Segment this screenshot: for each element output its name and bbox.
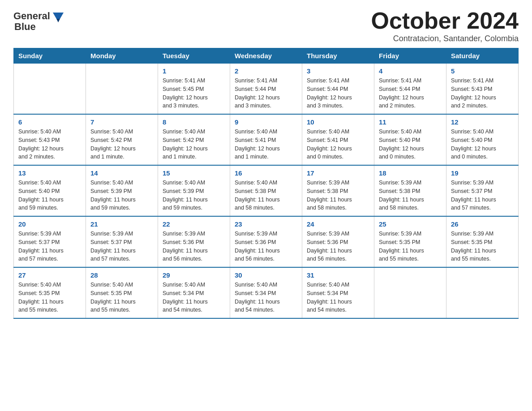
day-number: 20 — [18, 220, 81, 228]
calendar-cell: 1Sunrise: 5:41 AM Sunset: 5:45 PM Daylig… — [158, 64, 230, 115]
day-number: 28 — [90, 271, 153, 279]
calendar-cell — [446, 267, 519, 318]
day-info: Sunrise: 5:40 AM Sunset: 5:34 PM Dayligh… — [307, 281, 369, 314]
calendar-cell: 21Sunrise: 5:39 AM Sunset: 5:37 PM Dayli… — [86, 216, 158, 267]
page-subtitle: Contratacion, Santander, Colombia — [371, 34, 519, 43]
day-number: 3 — [307, 67, 369, 75]
col-header-thursday: Thursday — [302, 48, 374, 64]
day-info: Sunrise: 5:40 AM Sunset: 5:35 PM Dayligh… — [90, 281, 153, 314]
day-info: Sunrise: 5:40 AM Sunset: 5:42 PM Dayligh… — [163, 128, 225, 161]
calendar-cell: 27Sunrise: 5:40 AM Sunset: 5:35 PM Dayli… — [14, 267, 86, 318]
calendar-header-row: SundayMondayTuesdayWednesdayThursdayFrid… — [14, 48, 519, 64]
day-info: Sunrise: 5:41 AM Sunset: 5:45 PM Dayligh… — [163, 77, 225, 110]
day-number: 14 — [90, 169, 153, 177]
calendar-cell: 19Sunrise: 5:39 AM Sunset: 5:37 PM Dayli… — [446, 165, 519, 216]
day-info: Sunrise: 5:39 AM Sunset: 5:38 PM Dayligh… — [307, 179, 369, 212]
day-info: Sunrise: 5:40 AM Sunset: 5:38 PM Dayligh… — [235, 179, 297, 212]
calendar-cell: 9Sunrise: 5:40 AM Sunset: 5:41 PM Daylig… — [230, 114, 302, 165]
day-number: 24 — [307, 220, 369, 228]
day-info: Sunrise: 5:40 AM Sunset: 5:34 PM Dayligh… — [163, 281, 225, 314]
logo-general-text: General — [13, 11, 50, 21]
svg-marker-0 — [53, 13, 64, 19]
day-info: Sunrise: 5:40 AM Sunset: 5:41 PM Dayligh… — [307, 128, 369, 161]
day-info: Sunrise: 5:41 AM Sunset: 5:44 PM Dayligh… — [379, 77, 442, 110]
calendar-week-2: 6Sunrise: 5:40 AM Sunset: 5:43 PM Daylig… — [14, 114, 519, 165]
day-number: 18 — [379, 169, 442, 177]
day-number: 13 — [18, 169, 81, 177]
day-number: 5 — [451, 67, 514, 75]
day-info: Sunrise: 5:39 AM Sunset: 5:37 PM Dayligh… — [90, 230, 153, 263]
calendar-week-5: 27Sunrise: 5:40 AM Sunset: 5:35 PM Dayli… — [14, 267, 519, 318]
calendar-cell — [374, 267, 446, 318]
calendar-cell: 13Sunrise: 5:40 AM Sunset: 5:40 PM Dayli… — [14, 165, 86, 216]
col-header-friday: Friday — [374, 48, 446, 64]
calendar-cell: 6Sunrise: 5:40 AM Sunset: 5:43 PM Daylig… — [14, 114, 86, 165]
calendar-week-4: 20Sunrise: 5:39 AM Sunset: 5:37 PM Dayli… — [14, 216, 519, 267]
col-header-wednesday: Wednesday — [230, 48, 302, 64]
calendar-cell: 12Sunrise: 5:40 AM Sunset: 5:40 PM Dayli… — [446, 114, 519, 165]
col-header-tuesday: Tuesday — [158, 48, 230, 64]
calendar-table: SundayMondayTuesdayWednesdayThursdayFrid… — [13, 48, 519, 319]
svg-marker-1 — [56, 19, 60, 22]
calendar-cell: 25Sunrise: 5:39 AM Sunset: 5:35 PM Dayli… — [374, 216, 446, 267]
calendar-cell: 10Sunrise: 5:40 AM Sunset: 5:41 PM Dayli… — [302, 114, 374, 165]
day-number: 16 — [235, 169, 297, 177]
day-number: 8 — [163, 118, 225, 126]
day-info: Sunrise: 5:41 AM Sunset: 5:44 PM Dayligh… — [307, 77, 369, 110]
day-info: Sunrise: 5:40 AM Sunset: 5:43 PM Dayligh… — [18, 128, 81, 161]
day-number: 25 — [379, 220, 442, 228]
col-header-monday: Monday — [86, 48, 158, 64]
calendar-cell: 11Sunrise: 5:40 AM Sunset: 5:40 PM Dayli… — [374, 114, 446, 165]
day-info: Sunrise: 5:41 AM Sunset: 5:43 PM Dayligh… — [451, 77, 514, 110]
calendar-cell: 30Sunrise: 5:40 AM Sunset: 5:34 PM Dayli… — [230, 267, 302, 318]
day-number: 11 — [379, 118, 442, 126]
day-info: Sunrise: 5:39 AM Sunset: 5:37 PM Dayligh… — [18, 230, 81, 263]
day-number: 12 — [451, 118, 514, 126]
day-number: 31 — [307, 271, 369, 279]
day-info: Sunrise: 5:40 AM Sunset: 5:40 PM Dayligh… — [18, 179, 81, 212]
day-info: Sunrise: 5:40 AM Sunset: 5:40 PM Dayligh… — [451, 128, 514, 161]
day-info: Sunrise: 5:39 AM Sunset: 5:36 PM Dayligh… — [163, 230, 225, 263]
calendar-cell: 16Sunrise: 5:40 AM Sunset: 5:38 PM Dayli… — [230, 165, 302, 216]
calendar-cell: 18Sunrise: 5:39 AM Sunset: 5:38 PM Dayli… — [374, 165, 446, 216]
day-info: Sunrise: 5:40 AM Sunset: 5:42 PM Dayligh… — [90, 128, 153, 161]
logo-blue-text: Blue — [14, 21, 36, 32]
calendar-cell: 24Sunrise: 5:39 AM Sunset: 5:36 PM Dayli… — [302, 216, 374, 267]
calendar-cell: 22Sunrise: 5:39 AM Sunset: 5:36 PM Dayli… — [158, 216, 230, 267]
day-info: Sunrise: 5:39 AM Sunset: 5:35 PM Dayligh… — [379, 230, 442, 263]
day-number: 17 — [307, 169, 369, 177]
title-block: October 2024 Contratacion, Santander, Co… — [371, 9, 519, 43]
day-info: Sunrise: 5:40 AM Sunset: 5:35 PM Dayligh… — [18, 281, 81, 314]
day-number: 21 — [90, 220, 153, 228]
page-header: General Blue October 2024 Contratacion, … — [13, 9, 519, 43]
logo-icon — [51, 9, 65, 23]
calendar-week-1: 1Sunrise: 5:41 AM Sunset: 5:45 PM Daylig… — [14, 64, 519, 115]
day-number: 23 — [235, 220, 297, 228]
day-number: 30 — [235, 271, 297, 279]
page-title: October 2024 — [371, 9, 519, 32]
calendar-cell: 2Sunrise: 5:41 AM Sunset: 5:44 PM Daylig… — [230, 64, 302, 115]
calendar-cell: 17Sunrise: 5:39 AM Sunset: 5:38 PM Dayli… — [302, 165, 374, 216]
day-info: Sunrise: 5:40 AM Sunset: 5:39 PM Dayligh… — [90, 179, 153, 212]
day-info: Sunrise: 5:39 AM Sunset: 5:36 PM Dayligh… — [307, 230, 369, 263]
calendar-cell: 7Sunrise: 5:40 AM Sunset: 5:42 PM Daylig… — [86, 114, 158, 165]
day-number: 19 — [451, 169, 514, 177]
day-info: Sunrise: 5:40 AM Sunset: 5:39 PM Dayligh… — [163, 179, 225, 212]
day-info: Sunrise: 5:40 AM Sunset: 5:34 PM Dayligh… — [235, 281, 297, 314]
calendar-cell: 28Sunrise: 5:40 AM Sunset: 5:35 PM Dayli… — [86, 267, 158, 318]
day-info: Sunrise: 5:40 AM Sunset: 5:41 PM Dayligh… — [235, 128, 297, 161]
logo: General Blue — [13, 9, 65, 32]
day-info: Sunrise: 5:39 AM Sunset: 5:36 PM Dayligh… — [235, 230, 297, 263]
calendar-week-3: 13Sunrise: 5:40 AM Sunset: 5:40 PM Dayli… — [14, 165, 519, 216]
day-number: 29 — [163, 271, 225, 279]
day-info: Sunrise: 5:39 AM Sunset: 5:37 PM Dayligh… — [451, 179, 514, 212]
day-number: 26 — [451, 220, 514, 228]
day-number: 6 — [18, 118, 81, 126]
calendar-cell: 8Sunrise: 5:40 AM Sunset: 5:42 PM Daylig… — [158, 114, 230, 165]
day-info: Sunrise: 5:41 AM Sunset: 5:44 PM Dayligh… — [235, 77, 297, 110]
day-number: 22 — [163, 220, 225, 228]
day-number: 10 — [307, 118, 369, 126]
calendar-cell: 4Sunrise: 5:41 AM Sunset: 5:44 PM Daylig… — [374, 64, 446, 115]
day-number: 27 — [18, 271, 81, 279]
day-number: 9 — [235, 118, 297, 126]
